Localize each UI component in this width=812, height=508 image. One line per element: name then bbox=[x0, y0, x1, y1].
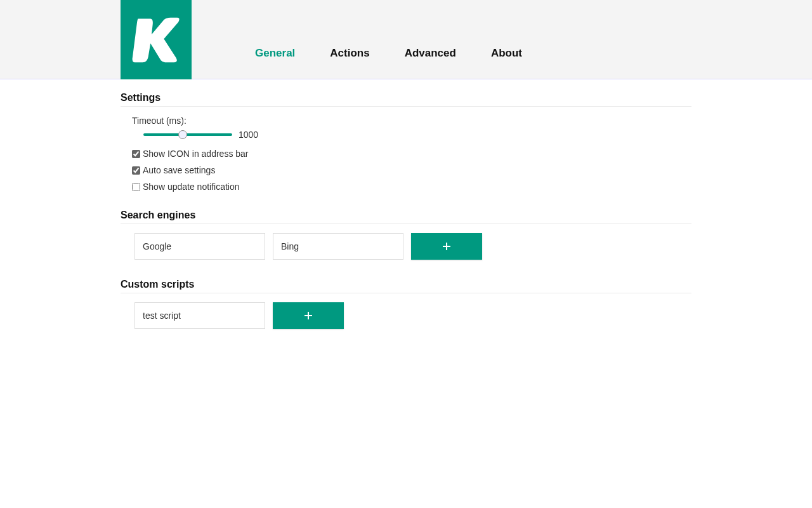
search-engine-card[interactable]: Google bbox=[134, 233, 265, 260]
header-bar: General Actions Advanced About bbox=[0, 0, 812, 79]
divider bbox=[121, 224, 691, 224]
checkbox-show-icon[interactable]: Show ICON in address bar bbox=[132, 149, 691, 159]
timeout-slider-row: 1000 bbox=[132, 130, 691, 140]
tab-about[interactable]: About bbox=[491, 47, 522, 60]
settings-body: Timeout (ms): 1000 Show ICON in address … bbox=[121, 116, 691, 192]
app-logo bbox=[121, 0, 192, 79]
custom-script-label: test script bbox=[143, 311, 181, 321]
timeout-slider[interactable] bbox=[143, 133, 232, 136]
checkbox-label: Show ICON in address bar bbox=[143, 149, 249, 159]
section-title-settings: Settings bbox=[121, 92, 691, 104]
custom-script-card[interactable]: test script bbox=[134, 302, 265, 329]
slider-thumb-icon[interactable] bbox=[178, 130, 187, 139]
content-area: Settings Timeout (ms): 1000 Show ICON in… bbox=[0, 79, 812, 329]
section-title-custom-scripts: Custom scripts bbox=[121, 279, 691, 290]
top-nav: General Actions Advanced About bbox=[255, 0, 522, 79]
checkbox-auto-save[interactable]: Auto save settings bbox=[132, 165, 691, 175]
search-engines-row: Google Bing bbox=[121, 233, 691, 260]
timeout-value: 1000 bbox=[239, 130, 258, 140]
tab-actions[interactable]: Actions bbox=[330, 47, 369, 60]
checkbox-label: Show update notification bbox=[143, 182, 240, 192]
checkbox-label: Auto save settings bbox=[143, 165, 215, 175]
divider bbox=[121, 293, 691, 293]
checkbox-update-notification[interactable]: Show update notification bbox=[132, 182, 691, 192]
checkbox-input[interactable] bbox=[132, 150, 140, 158]
divider bbox=[121, 106, 691, 107]
tab-general[interactable]: General bbox=[255, 47, 295, 60]
search-engine-card[interactable]: Bing bbox=[273, 233, 403, 260]
timeout-label: Timeout (ms): bbox=[132, 116, 691, 126]
section-title-search-engines: Search engines bbox=[121, 210, 691, 221]
tab-advanced[interactable]: Advanced bbox=[405, 47, 456, 60]
add-search-engine-button[interactable] bbox=[411, 233, 482, 260]
k-logo-icon bbox=[128, 12, 184, 68]
add-custom-script-button[interactable] bbox=[273, 302, 344, 329]
search-engine-label: Bing bbox=[281, 241, 299, 251]
search-engine-label: Google bbox=[143, 241, 171, 251]
checkbox-input[interactable] bbox=[132, 183, 140, 191]
checkbox-input[interactable] bbox=[132, 166, 140, 175]
custom-scripts-row: test script bbox=[121, 302, 691, 329]
plus-icon bbox=[442, 241, 452, 251]
svg-rect-1 bbox=[443, 246, 450, 247]
svg-rect-3 bbox=[304, 315, 312, 316]
plus-icon bbox=[303, 311, 313, 321]
